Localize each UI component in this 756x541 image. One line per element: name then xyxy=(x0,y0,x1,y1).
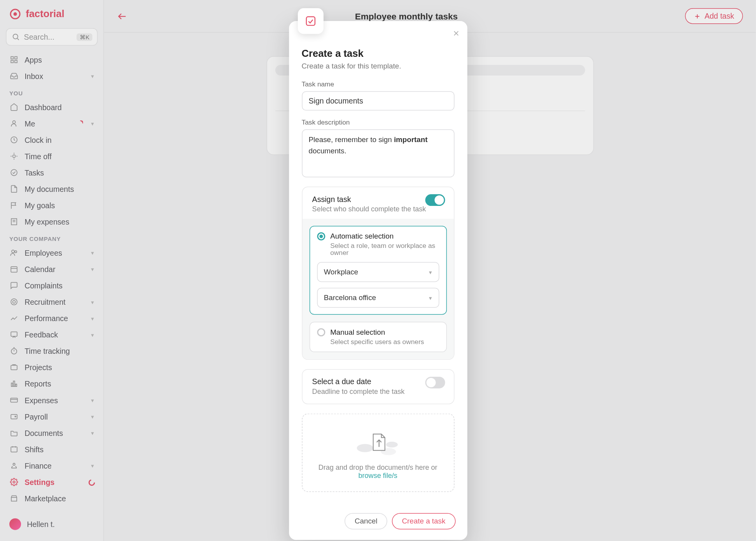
svg-point-1 xyxy=(14,12,17,16)
nav-reports[interactable]: Reports xyxy=(0,376,103,392)
nav-label: Time off xyxy=(24,152,52,161)
duedate-toggle[interactable] xyxy=(425,377,445,388)
gear-icon xyxy=(9,477,19,487)
auto-subtitle: Select a role, team or workplace as owne… xyxy=(330,242,439,256)
bank-icon xyxy=(9,461,19,470)
manual-selection-option[interactable]: Manual selection Select specific users a… xyxy=(309,322,446,352)
assign-body: Automatic selection Select a role, team … xyxy=(302,219,453,359)
chevron-down-icon: ▾ xyxy=(429,269,432,276)
add-task-button[interactable]: Add task xyxy=(685,8,743,24)
nav-timetracking[interactable]: Time tracking xyxy=(0,343,103,359)
close-button[interactable] xyxy=(452,29,460,37)
svg-rect-25 xyxy=(11,332,17,336)
home-icon xyxy=(9,102,19,112)
search-placeholder: Search... xyxy=(24,32,54,41)
store-icon xyxy=(9,494,19,503)
nav-marketplace[interactable]: Marketplace xyxy=(0,490,103,507)
chevron-down-icon: ▾ xyxy=(91,73,94,79)
nav-complaints[interactable]: Complaints xyxy=(0,277,103,293)
nav-calendar[interactable]: Calendar▾ xyxy=(0,261,103,277)
nav-label: Tasks xyxy=(24,168,44,177)
nav-documents[interactable]: Documents▾ xyxy=(0,425,103,441)
svg-point-36 xyxy=(15,416,16,417)
svg-point-41 xyxy=(13,481,15,483)
nav-feedback[interactable]: Feedback▾ xyxy=(0,327,103,343)
duedate-subtitle: Deadline to complete the task xyxy=(312,387,444,395)
nav-inbox[interactable]: Inbox ▾ xyxy=(0,68,103,84)
add-task-label: Add task xyxy=(705,12,734,21)
nav-finance[interactable]: Finance▾ xyxy=(0,457,103,474)
inbox-icon xyxy=(9,71,19,81)
page-title: Employee monthly tasks xyxy=(128,11,685,21)
svg-point-50 xyxy=(357,444,373,452)
task-desc-text: documents. xyxy=(309,147,346,155)
svg-rect-21 xyxy=(11,267,17,272)
assign-title: Assign task xyxy=(312,195,444,204)
cancel-button[interactable]: Cancel xyxy=(345,513,387,529)
nav-clockin[interactable]: Clock in xyxy=(0,132,103,148)
svg-line-3 xyxy=(18,39,19,40)
svg-rect-6 xyxy=(15,60,17,63)
nav-timeoff[interactable]: Time off xyxy=(0,148,103,164)
nav-apps[interactable]: Apps xyxy=(0,51,103,68)
user-name: Hellen t. xyxy=(27,520,55,529)
nav-myexpenses[interactable]: My expenses xyxy=(0,214,103,230)
current-user[interactable]: Hellen t. xyxy=(0,515,103,534)
grid-icon xyxy=(9,55,19,64)
manual-subtitle: Select specific users as owners xyxy=(330,338,439,345)
nav-label: Calendar xyxy=(24,265,55,274)
search-input[interactable]: Search... ⌘K xyxy=(6,28,98,46)
brand-logo-icon xyxy=(9,8,21,20)
nav-shifts[interactable]: Shifts xyxy=(0,441,103,457)
modal-footer: Cancel Create a task xyxy=(289,507,467,540)
chevron-down-icon: ▾ xyxy=(91,331,94,338)
assign-type-select[interactable]: Workplace ▾ xyxy=(317,262,439,282)
task-desc-bold: important xyxy=(394,136,428,144)
radio-icon xyxy=(317,328,325,336)
svg-point-19 xyxy=(12,250,14,253)
nav-label: Reports xyxy=(24,379,51,388)
receipt-icon xyxy=(9,217,19,227)
task-badge-icon xyxy=(304,15,317,28)
chevron-down-icon: ▾ xyxy=(429,295,432,301)
assign-value-select[interactable]: Barcelona office ▾ xyxy=(317,288,439,307)
browse-files-link[interactable]: browse file/s xyxy=(359,471,397,480)
nav-projects[interactable]: Projects xyxy=(0,359,103,376)
back-button[interactable] xyxy=(117,11,128,21)
nav-me[interactable]: Me ▾ xyxy=(0,115,103,132)
svg-point-8 xyxy=(13,121,16,123)
nav-payroll[interactable]: Payroll▾ xyxy=(0,408,103,425)
briefcase-icon xyxy=(9,297,19,307)
nav-recruitment[interactable]: Recruitment▾ xyxy=(0,294,103,310)
nav-label: My goals xyxy=(24,201,55,210)
task-desc-input[interactable]: Please, remember to sign important docum… xyxy=(302,129,454,177)
section-you: YOU xyxy=(0,84,103,99)
create-task-button[interactable]: Create a task xyxy=(392,513,455,529)
nav-performance[interactable]: Performance▾ xyxy=(0,310,103,327)
nav-mygoals[interactable]: My goals xyxy=(0,197,103,214)
modal-badge xyxy=(298,8,323,34)
message-icon xyxy=(9,281,19,290)
svg-rect-4 xyxy=(11,56,13,59)
nav-employees[interactable]: Employees▾ xyxy=(0,244,103,261)
nav-dashboard[interactable]: Dashboard xyxy=(0,99,103,115)
duedate-section: Select a due date Deadline to complete t… xyxy=(302,369,454,404)
assign-toggle[interactable] xyxy=(425,194,445,206)
auto-title: Automatic selection xyxy=(330,232,394,241)
nav-tasks[interactable]: Tasks xyxy=(0,164,103,181)
nav-settings[interactable]: Settings xyxy=(0,474,103,490)
users-icon xyxy=(9,248,19,257)
task-name-input[interactable] xyxy=(302,91,454,111)
upload-icon xyxy=(355,428,401,457)
select-value: Workplace xyxy=(324,268,358,276)
modal-subtitle: Create a task for this template. xyxy=(302,62,454,70)
nav-expenses[interactable]: Expenses▾ xyxy=(0,392,103,408)
nav-mydocs[interactable]: My documents xyxy=(0,181,103,197)
modal-title: Create a task xyxy=(302,48,454,60)
auto-selection-option[interactable]: Automatic selection Select a role, team … xyxy=(309,226,446,314)
svg-rect-47 xyxy=(306,17,315,25)
chevron-down-icon: ▾ xyxy=(91,413,94,420)
nav-label: Time tracking xyxy=(24,347,70,356)
file-dropzone[interactable]: Drag and drop the document/s here or bro… xyxy=(302,414,454,492)
avatar xyxy=(9,518,21,530)
